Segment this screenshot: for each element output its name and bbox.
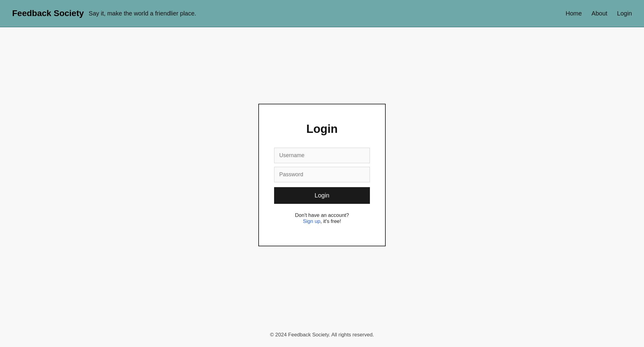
signup-suffix: , it's free!: [320, 218, 341, 224]
main-content: Login Login Don't have an account? Sign …: [0, 27, 644, 323]
login-card: Login Login Don't have an account? Sign …: [258, 104, 386, 246]
login-form: Login: [274, 148, 370, 204]
password-input[interactable]: [274, 167, 370, 182]
header-left: Feedback Society Say it, make the world …: [12, 8, 196, 18]
site-header: Feedback Society Say it, make the world …: [0, 0, 644, 27]
nav-about[interactable]: About: [592, 10, 607, 17]
site-footer: © 2024 Feedback Society. All rights rese…: [0, 323, 644, 347]
signup-link[interactable]: Sign up: [303, 218, 320, 224]
nav-login[interactable]: Login: [617, 10, 632, 17]
header-nav: Home About Login: [565, 10, 632, 17]
no-account-text: Don't have an account?: [295, 212, 349, 218]
footer-copyright: © 2024 Feedback Society. All rights rese…: [270, 332, 374, 338]
username-input[interactable]: [274, 148, 370, 163]
signup-prompt: Don't have an account? Sign up, it's fre…: [295, 212, 349, 224]
nav-home[interactable]: Home: [565, 10, 582, 17]
login-title: Login: [306, 123, 337, 136]
login-button[interactable]: Login: [274, 187, 370, 204]
site-title: Feedback Society: [12, 8, 84, 18]
site-tagline: Say it, make the world a friendlier plac…: [89, 10, 196, 17]
